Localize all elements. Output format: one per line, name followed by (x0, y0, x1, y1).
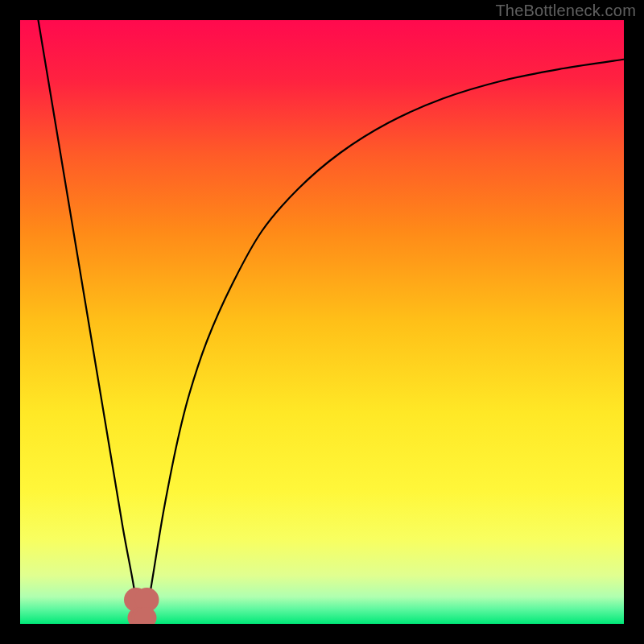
plot-svg (20, 20, 624, 624)
gradient-background (20, 20, 624, 624)
plot-area (20, 20, 624, 624)
chart-frame: TheBottleneck.com (0, 0, 644, 644)
watermark-text: TheBottleneck.com (495, 2, 636, 20)
minimum-markers (124, 588, 159, 624)
